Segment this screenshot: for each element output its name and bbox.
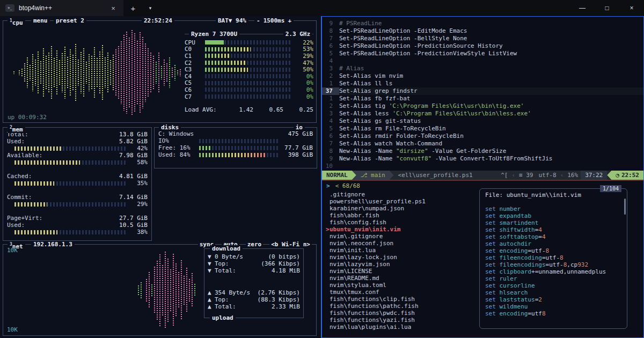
net-rate-row: ▼Total:4.18 MiB xyxy=(208,267,300,274)
preview-scrollbar[interactable] xyxy=(624,199,626,215)
tab-dropdown-button[interactable]: ▾ xyxy=(143,0,158,16)
minimize-button[interactable]: — xyxy=(570,0,595,16)
fzf-prompt[interactable]: > xyxy=(326,182,330,189)
graph-column xyxy=(164,251,166,329)
mem-row-value: 5.82 GiB xyxy=(119,138,148,145)
rate-label: Top: xyxy=(215,296,229,303)
code-token: 8 xyxy=(542,310,546,317)
vim-line: 4Set-Alias gs git-status xyxy=(322,117,643,125)
mem-row: Commit:7.14 GiB xyxy=(7,194,148,201)
close-button[interactable]: × xyxy=(619,0,644,16)
statusline-separator xyxy=(607,171,611,180)
code-token: Set-Alias rmdir Folder-ToRecycleBin xyxy=(339,133,464,139)
code-token: "dirsize" xyxy=(396,148,428,155)
vim-line: 5Set-PSReadLineOption -PredictionViewSty… xyxy=(322,50,643,57)
fzf-pointer: > xyxy=(322,226,330,233)
cpu-core-label: C2 xyxy=(185,60,202,67)
vim-line: 37Set-Alias grep findstr xyxy=(322,87,643,95)
preview-line: set encoding=utf-8 xyxy=(485,247,621,254)
vim-pane[interactable]: 9# PSReadLine8Set-PSReadLineOption -Edit… xyxy=(322,17,643,171)
mem-row-value: 4.81 GiB xyxy=(119,173,148,180)
mem-row: Cached:4.81 GiB xyxy=(7,173,148,180)
graph-column xyxy=(118,46,120,100)
menu-button[interactable]: menu xyxy=(31,17,50,24)
code-token: ,cp xyxy=(567,261,577,268)
rate-label: 0 Byte/s xyxy=(215,253,243,260)
rate-arrow-icon: ▲ xyxy=(208,303,215,310)
fzf-item-text: nvim\init.lua xyxy=(330,247,376,254)
statusline-separator xyxy=(390,171,394,180)
vim-line: 2Set-Alias tig 'C:\Program Files\Git\usr… xyxy=(322,102,643,110)
btop-pane[interactable]: 1cpu menu preset 2 22:52:24 BAT▼ 94% -15… xyxy=(0,16,321,338)
graph-column xyxy=(107,52,109,93)
code-token: Set-Alias vim nvim xyxy=(339,72,403,79)
code-token: Set-Alias tig xyxy=(339,102,389,109)
graph-column xyxy=(69,49,71,95)
code-token: =utf- xyxy=(546,261,564,268)
maximize-button[interactable]: □ xyxy=(595,0,619,16)
fzf-pointer xyxy=(322,275,330,282)
tab-btop4win[interactable]: >_ btop4win++ × xyxy=(0,0,123,16)
code-token: -Value Convert-ToUtf8FromShiftJis xyxy=(431,155,552,162)
disk-name: C: Windows xyxy=(158,130,194,137)
vim-line: 7Set-Alias watch Watch-Command xyxy=(322,140,643,148)
graph-column xyxy=(136,40,138,105)
code-token: set xyxy=(485,303,500,310)
graph-column xyxy=(80,52,82,94)
interval-decrease-button[interactable]: - xyxy=(257,17,260,24)
fzf-item-text: nvim\lazyvim.json xyxy=(330,261,390,268)
line-number: 6 xyxy=(322,42,339,50)
right-pane[interactable]: 9# PSReadLine8Set-PSReadLineOption -Edit… xyxy=(321,16,644,338)
meter-fill xyxy=(205,47,251,52)
line-number: 8 xyxy=(322,27,339,35)
graph-column xyxy=(167,258,169,322)
fzf-item-text: fish\abbr.fish xyxy=(330,212,379,219)
tab-close-icon[interactable]: × xyxy=(108,3,118,13)
cpu-core-pct: 0% xyxy=(294,73,313,80)
cpu-core-label: C3 xyxy=(185,66,202,73)
fzf-item-text: tmux\tmux.conf xyxy=(330,289,379,296)
line-number: 9 xyxy=(322,20,339,27)
net-button[interactable]: <b Wi-Fi n> xyxy=(269,241,312,248)
io-toggle-button[interactable]: io xyxy=(294,124,305,131)
graph-column xyxy=(142,36,144,108)
mem-meter xyxy=(14,181,127,186)
fzf-match-counter: < 68/68 xyxy=(335,182,360,189)
code-token: 2 xyxy=(538,296,542,303)
fzf-pane[interactable]: > < 68/68 .gitignore powershell\user_pro… xyxy=(322,181,643,337)
preview-line: set wildmenu xyxy=(485,303,621,310)
line-text: Set-Alias gs git-status xyxy=(339,117,421,125)
mem-blank-row xyxy=(7,166,148,173)
vim-lines: 9# PSReadLine8Set-PSReadLineOption -Edit… xyxy=(322,20,643,170)
vim-line: 9# PSReadLine xyxy=(322,20,643,27)
cpu-core-pct: 53% xyxy=(294,46,313,53)
net-button[interactable]: zero xyxy=(246,241,264,248)
cpu-core-pct: 47% xyxy=(294,60,313,67)
preview-position-badge: 1/104 xyxy=(600,185,621,192)
load-avg-15m: 0.25 xyxy=(283,106,313,113)
uptime: up 00:09:32 xyxy=(8,114,47,121)
preview-line: set number xyxy=(485,205,621,212)
mem-row-label: Commit: xyxy=(7,194,32,201)
preview-line: set encoding=utf8 xyxy=(485,310,621,317)
vim-line: 1Set-Alias ll ls xyxy=(322,80,643,87)
statusline-separator xyxy=(352,171,356,180)
code-token: set xyxy=(485,212,500,219)
preset-button[interactable]: preset 2 xyxy=(54,17,86,24)
cpu-core-row: C50% xyxy=(185,80,313,87)
new-tab-button[interactable]: + xyxy=(123,0,143,16)
buffer-lines-icon: ≡ xyxy=(519,172,523,179)
interval-increase-button[interactable]: + xyxy=(288,17,291,24)
mem-row: Available:7.98 GiB xyxy=(7,152,148,159)
code-token: New-Alias -Name xyxy=(339,148,396,155)
cpu-core-row: C350% xyxy=(185,66,313,73)
mem-meter-row: 35% xyxy=(7,180,148,187)
line-text: Set-Alias less 'C:\Program Files\Git\usr… xyxy=(339,110,531,117)
code-token: Set-Alias ll ls xyxy=(339,80,392,87)
graph-column xyxy=(186,267,188,313)
meter-fill xyxy=(205,61,245,65)
disk-row: Free: 16%77.7 GiB xyxy=(158,144,313,151)
graph-column xyxy=(139,32,141,113)
graph-column xyxy=(166,63,168,83)
mem-meter-pct: 42% xyxy=(130,145,148,152)
